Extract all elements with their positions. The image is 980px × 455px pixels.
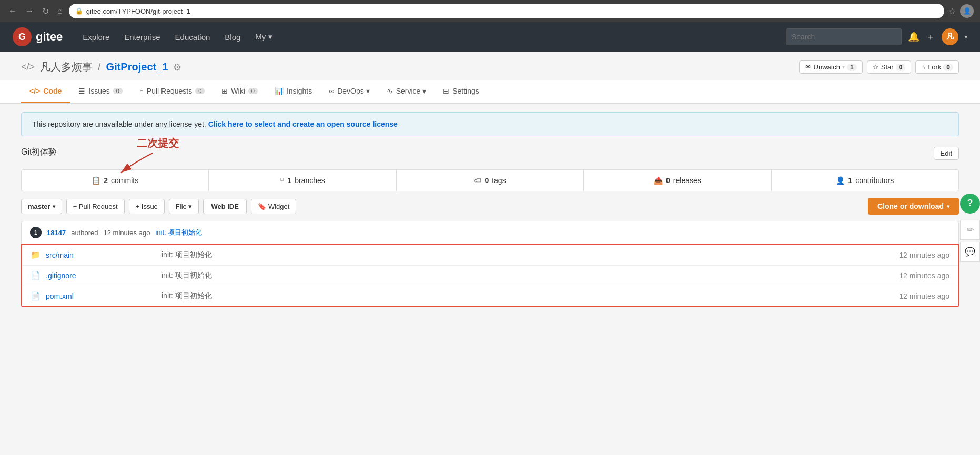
file-name-pom[interactable]: pom.xml [46, 292, 151, 300]
tab-devops[interactable]: ∞ DevOps ▾ [320, 80, 378, 103]
address-bar[interactable]: 🔒 gitee.com/TYPFOON/git-project_1 [69, 4, 944, 18]
search-input[interactable] [786, 28, 902, 45]
file-toolbar: master ▾ + Pull Request + Issue File ▾ W… [21, 198, 959, 215]
repo-settings-gear-icon[interactable]: ⚙ [173, 62, 181, 73]
tab-pull-requests[interactable]: ⑃ Pull Requests 0 [131, 80, 214, 103]
file-list: 📁 src/main init: 项目初始化 12 minutes ago 📄 … [21, 244, 959, 307]
license-link[interactable]: Click here to select and create an open … [208, 120, 398, 128]
reload-button[interactable]: ↻ [40, 4, 51, 18]
table-row: 📄 pom.xml init: 项目初始化 12 minutes ago [22, 286, 958, 306]
bookmark-icon[interactable]: ☆ [948, 6, 956, 16]
navbar-icons: 🔔 ＋ 凡 ▾ [908, 28, 967, 45]
wiki-icon: ⊞ [221, 87, 228, 95]
back-button[interactable]: ← [6, 4, 19, 18]
commit-time: 12 minutes ago [103, 229, 150, 237]
commits-icon: 📋 [92, 176, 100, 185]
nav-blog[interactable]: Blog [217, 22, 248, 52]
file-commit-msg-2: init: 项目初始化 [161, 291, 899, 301]
folder-icon: 📁 [31, 250, 41, 260]
wiki-badge: 0 [248, 88, 258, 94]
releases-icon: 📤 [654, 176, 663, 185]
repo-title-area: </> 凡人多烦事 / GitProject_1 ⚙ [21, 60, 181, 74]
logo-text: gitee [36, 30, 63, 44]
clone-dropdown-icon: ▾ [947, 204, 949, 209]
file-icon: 📄 [31, 291, 41, 301]
logo-icon: G [13, 27, 32, 46]
tab-settings[interactable]: ⊟ Settings [435, 80, 488, 103]
webide-button[interactable]: Web IDE [203, 199, 247, 214]
browser-user-avatar[interactable]: 👤 [960, 4, 974, 18]
annotation: 二次提交 [105, 136, 179, 177]
star-button[interactable]: ☆ Star 0 [867, 60, 912, 74]
url-text: gitee.com/TYPFOON/git-project_1 [86, 7, 190, 15]
page-content: </> 凡人多烦事 / GitProject_1 ⚙ 👁 Unwatch ▾ 1… [0, 52, 980, 455]
branches-count: 1 [287, 176, 291, 185]
file-name-src[interactable]: src/main [46, 251, 151, 259]
help-button[interactable]: ? [960, 194, 980, 214]
stat-contributors[interactable]: 👤 1 contributors [772, 170, 958, 191]
comment-icon: 💬 [965, 247, 975, 257]
fork-button[interactable]: ⑃ Fork 0 [915, 60, 959, 74]
edit-icon: ✏ [967, 225, 974, 235]
repo-icon: </> [21, 62, 35, 73]
license-notice: This repository are unavailable under an… [21, 112, 959, 136]
repo-name[interactable]: GitProject_1 [106, 61, 168, 73]
pull-request-button[interactable]: + Pull Request [66, 199, 125, 214]
nav-education[interactable]: Education [168, 22, 218, 52]
bookmark-icon: 🔖 [258, 203, 266, 210]
nav-enterprise[interactable]: Enterprise [117, 22, 167, 52]
eye-icon: 👁 [805, 63, 812, 71]
repo-owner[interactable]: 凡人多烦事 [40, 60, 93, 74]
edit-button[interactable]: Edit [934, 147, 959, 160]
comment-sidebar-button[interactable]: 💬 [960, 242, 980, 262]
tab-code[interactable]: </> Code [21, 80, 70, 103]
unwatch-button[interactable]: 👁 Unwatch ▾ 1 [799, 60, 863, 74]
file-commit-msg-0: init: 项目初始化 [161, 250, 899, 260]
service-icon: ∿ [387, 87, 393, 95]
notifications-icon[interactable]: 🔔 [908, 31, 920, 43]
nav-explore[interactable]: Explore [75, 22, 117, 52]
file-dropdown[interactable]: File ▾ [169, 199, 199, 214]
pull-request-icon: ⑃ [139, 87, 144, 95]
add-icon[interactable]: ＋ [926, 31, 935, 43]
tab-issues[interactable]: ☰ Issues 0 [70, 80, 131, 103]
commit-author-avatar: 1 [30, 227, 42, 238]
commit-area: Git初体验 二次提交 Edit [21, 147, 959, 160]
annotation-text: 二次提交 [137, 136, 179, 150]
user-dropdown-icon[interactable]: ▾ [965, 34, 967, 40]
unwatch-count: 1 [847, 64, 857, 71]
star-icon: ☆ [873, 63, 879, 71]
commit-hash[interactable]: 18147 [47, 229, 66, 237]
stat-tags[interactable]: 🏷 0 tags [397, 170, 584, 191]
annotation-arrow [105, 150, 168, 177]
clone-download-button[interactable]: Clone or download ▾ [868, 198, 959, 215]
stat-releases[interactable]: 📤 0 releases [584, 170, 771, 191]
logo[interactable]: G gitee [13, 27, 63, 46]
nav-my[interactable]: My ▾ [248, 22, 279, 52]
tags-icon: 🏷 [474, 176, 481, 185]
table-row: 📁 src/main init: 项目初始化 12 minutes ago [22, 245, 958, 266]
commits-label: commits [111, 176, 138, 185]
tab-wiki[interactable]: ⊞ Wiki 0 [213, 80, 266, 103]
repo-separator: / [98, 61, 101, 73]
edit-sidebar-button[interactable]: ✏ [960, 220, 980, 240]
forward-button[interactable]: → [23, 4, 36, 18]
commit-info-bar: 1 18147 authored 12 minutes ago init: 项目… [21, 221, 959, 244]
commit-message-area: Git初体验 [21, 147, 57, 158]
issue-button[interactable]: + Issue [129, 199, 165, 214]
file-time-0: 12 minutes ago [899, 251, 949, 259]
stat-branches[interactable]: ⑂ 1 branches [209, 170, 396, 191]
home-button[interactable]: ⌂ [55, 4, 65, 18]
right-sidebar: ? ✏ 💬 [960, 194, 980, 262]
tab-insights[interactable]: 📊 Insights [266, 80, 320, 103]
branch-selector[interactable]: master ▾ [21, 199, 62, 214]
commit-description[interactable]: init: 项目初始化 [155, 228, 202, 237]
widget-button[interactable]: 🔖 Widget [251, 199, 296, 214]
unwatch-dropdown-icon: ▾ [842, 64, 845, 70]
user-avatar[interactable]: 凡 [942, 28, 958, 45]
fork-icon: ⑃ [921, 63, 925, 71]
repo-tabs: </> Code ☰ Issues 0 ⑃ Pull Requests 0 ⊞ … [0, 80, 980, 104]
file-name-gitignore[interactable]: .gitignore [46, 271, 151, 280]
tab-service[interactable]: ∿ Service ▾ [378, 80, 435, 103]
commit-author-text: authored [71, 229, 98, 237]
